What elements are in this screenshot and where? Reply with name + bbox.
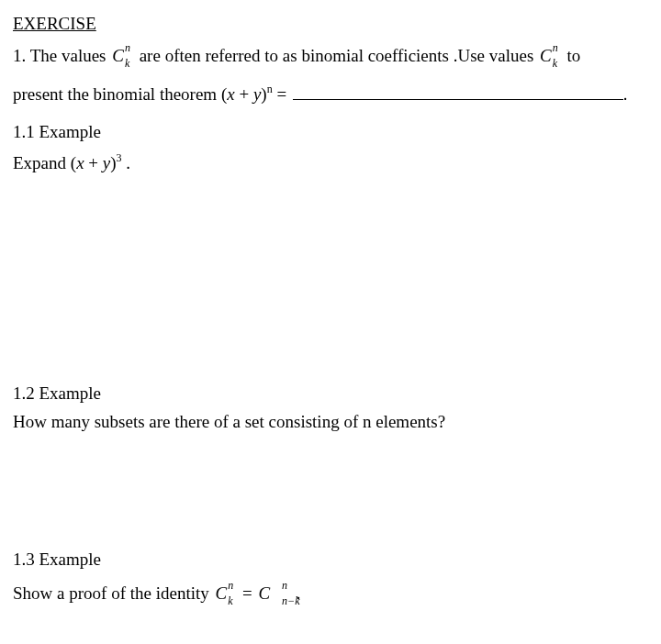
question-1-line2: present the binomial theorem (x + y)n = … [13,82,648,108]
expr-x: x [227,84,234,104]
ex11-prefix: Expand [13,154,71,173]
subscript-k: k [228,593,232,609]
exercise-heading: EXERCISE [13,11,648,38]
q1-prefix: 1. The values [13,46,110,65]
binomial-symbol-right: C n n−k [258,581,290,607]
exponent-n: n [267,83,273,95]
subscript-k: k [553,55,557,72]
expr-x: x [76,154,84,173]
expr-close: ) [261,84,266,104]
example-1-2-label: 1.2 Example [13,381,648,407]
blank-fill-line [293,99,623,100]
superscript-n: n [282,577,287,594]
q1-mid: are often referred to as binomial coeffi… [140,46,538,65]
q1-suffix: to [566,46,580,65]
expr-close: ) [110,154,116,173]
superscript-n: n [125,39,130,56]
example-1-3-label: 1.3 Example [13,547,648,573]
q1l2-prefix: present the binomial theorem [13,84,221,104]
example-1-2-text: How many subsets are there of a set cons… [13,409,648,436]
expr-y: y [103,154,110,173]
question-1-line1: 1. The values C n k are often referred t… [13,43,648,70]
example-1-1-text: Expand (x + y)3 . [13,150,648,177]
c-letter: C [540,46,552,65]
expr-plus: + [84,154,103,173]
equals-sign: = [276,84,290,104]
subscript-n-minus-k: n−k [282,593,299,609]
binomial-symbol-left: C n k [215,581,236,607]
subscript-k: k [125,55,129,72]
period: . [122,154,131,173]
period: . [623,84,628,104]
binomial-symbol: C n k [112,43,133,70]
example-1-1-label: 1.1 Example [13,119,648,146]
c-letter: C [258,583,270,603]
workspace-gap [13,186,648,379]
superscript-n: n [228,577,233,594]
binomial-symbol: C n k [540,43,561,70]
superscript-n: n [553,39,558,56]
exponent-3: 3 [117,151,122,164]
example-1-3-text: Show a proof of the identity C n k = C n… [13,581,648,607]
workspace-gap [13,444,648,545]
equals-sign: = [242,583,256,603]
c-letter: C [112,46,124,65]
ex13-prefix: Show a proof of the identity [13,583,213,603]
c-letter: C [215,583,227,603]
expr-plus: + [235,84,253,104]
